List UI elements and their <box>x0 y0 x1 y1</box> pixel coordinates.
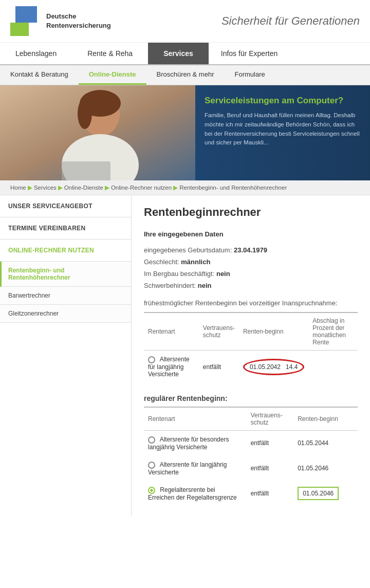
th-rentenart-2: Rentenart <box>144 408 247 431</box>
radio-r2-checked[interactable] <box>148 487 155 494</box>
label-geburtsdatum: eingegebenes Geburtsdatum: <box>144 246 232 254</box>
td-rentenart-f0: Altersrente für langjährig Versicherte <box>144 351 199 383</box>
eingaben-section: Ihre eingegebenen Daten eingegebenes Geb… <box>144 230 358 289</box>
beginn-f0-value: 01.05.2042 <box>250 363 281 371</box>
logo-area: Deutsche Rentenversicherung <box>10 6 111 36</box>
table-row: Regelaltersrente bei Erreichen der Regel… <box>144 481 358 506</box>
breadcrumb-arrow-3: ▶ <box>173 184 178 191</box>
hero-section: Serviceleistungen am Computer? Familie, … <box>0 85 370 180</box>
field-bergbau: Im Bergbau beschäftigt: nein <box>144 270 358 278</box>
th-beginn-1: Renten-beginn <box>239 313 308 351</box>
th-rentenart-1: Rentenart <box>144 313 199 351</box>
eingaben-title: Ihre eingegebenen Daten <box>144 230 358 238</box>
hero-image <box>0 85 195 180</box>
breadcrumb-online-rechner[interactable]: Online-Rechner nutzen <box>111 185 172 191</box>
sidebar-sub-barwert[interactable]: Barwertrechner <box>0 287 131 305</box>
td-rentenart-r1: Altersrente für langjährig Versicherte <box>144 456 247 481</box>
breadcrumb-online-dienste[interactable]: Online-Dienste <box>64 185 103 191</box>
nav-item-rente-reha[interactable]: Rente & Reha <box>72 43 148 64</box>
table-row: Altersrente für langjährig Versicherte e… <box>144 456 358 481</box>
breadcrumb-arrow-1: ▶ <box>58 184 63 191</box>
sidebar-item-termine[interactable]: TERMINE VEREINBAREN <box>0 217 131 240</box>
rentenart-r2-text: Regelaltersrente bei Erreichen der Regel… <box>148 486 237 501</box>
radio-f0[interactable] <box>148 356 155 363</box>
label-geschlecht: Geschlecht: <box>144 258 179 266</box>
subnav-online-dienste[interactable]: Online-Dienste <box>79 65 146 85</box>
nav-item-services[interactable]: Services <box>148 43 209 64</box>
subnav-kontakt[interactable]: Kontakt & Beratung <box>0 65 79 85</box>
subnav-formulare[interactable]: Formulare <box>225 65 275 85</box>
td-beginn-r1: 01.05.2046 <box>293 456 358 481</box>
subnav-broschueren[interactable]: Broschüren & mehr <box>146 65 225 85</box>
main-nav: Lebenslagen Rente & Reha Services Infos … <box>0 43 370 65</box>
value-schwerbehindert: nein <box>198 282 212 289</box>
sidebar: UNSER SERVICEANGEBOT TERMINE VEREINBAREN… <box>0 195 132 517</box>
circle-highlight: 01.05.2042 14.4 <box>243 359 304 375</box>
radio-r1[interactable] <box>148 462 155 469</box>
field-schwerbehindert: Schwerbehindert: nein <box>144 282 358 289</box>
fruehest-table: Rentenart Vertrauens-schutz Renten-begin… <box>144 313 358 383</box>
svg-rect-5 <box>62 161 110 180</box>
hero-content: Serviceleistungen am Computer? Familie, … <box>195 85 370 180</box>
nav-item-lebenslagen[interactable]: Lebenslagen <box>0 43 72 64</box>
nav-item-infos-experten[interactable]: Infos für Experten <box>209 43 290 64</box>
td-beginn-r0: 01.05.2044 <box>293 431 358 456</box>
green-box-highlight: 01.05.2046 <box>298 487 339 500</box>
radio-r0[interactable] <box>148 436 155 444</box>
td-beginn-r2: 01.05.2046 <box>293 481 358 506</box>
breadcrumb-services[interactable]: Services <box>34 185 57 191</box>
label-schwerbehindert: Schwerbehindert: <box>144 282 196 289</box>
label-bergbau: Im Bergbau beschäftigt: <box>144 270 214 278</box>
table-row: Altersrente für langjährig Versicherte e… <box>144 351 358 383</box>
breadcrumb-arrow-0: ▶ <box>28 184 32 191</box>
page-title: Rentenbeginnrechner <box>144 206 358 219</box>
value-bergbau: nein <box>216 270 230 278</box>
content-area: UNSER SERVICEANGEBOT TERMINE VEREINBAREN… <box>0 195 370 517</box>
svg-point-3 <box>78 98 92 129</box>
regular-section: regulärer Rentenbeginn: Rentenart Vertra… <box>144 394 358 506</box>
value-geschlecht: männlich <box>181 258 210 266</box>
sidebar-sub-rentenbeginn[interactable]: Rentenbeginn- und Rentenhöhenrechner <box>0 262 131 287</box>
sidebar-item-serviceangebot[interactable]: UNSER SERVICEANGEBOT <box>0 195 131 217</box>
rentenart-r0-text: Altersrente für besonders langjährig Ver… <box>148 436 229 451</box>
rentenart-r1-text: Altersrente für langjährig Versicherte <box>148 461 227 476</box>
hero-person-svg <box>0 85 195 180</box>
logo-text: Deutsche Rentenversicherung <box>46 12 111 30</box>
regular-table: Rentenart Vertrauens-schutz Renten-begin… <box>144 408 358 506</box>
table-row: Altersrente für besonders langjährig Ver… <box>144 431 358 456</box>
logo-icon <box>10 6 40 36</box>
breadcrumb: Home ▶ Services ▶ Online-Dienste ▶ Onlin… <box>0 180 370 195</box>
td-vertrauen-r0: entfällt <box>247 431 294 456</box>
value-geburtsdatum: 23.04.1979 <box>234 246 267 254</box>
td-beginn-f0: 01.05.2042 14.4 <box>239 351 308 383</box>
regular-title: regulärer Rentenbeginn: <box>144 394 358 402</box>
th-vertrauen-1: Vertrauens-schutz <box>199 313 239 351</box>
th-beginn-2: Renten-beginn <box>293 408 358 431</box>
sub-nav: Kontakt & Beratung Online-Dienste Brosch… <box>0 65 370 85</box>
td-abschlag-f0 <box>308 351 358 383</box>
main-content: Rentenbeginnrechner Ihre eingegebenen Da… <box>132 195 370 517</box>
abschlag-f0-value: 14.4 <box>286 363 298 371</box>
hero-text: Familie, Beruf und Haushalt füllen meine… <box>205 111 361 148</box>
sidebar-item-online-rechner[interactable]: ONLINE-RECHNER NUTZEN <box>0 240 131 262</box>
td-vertrauen-r1: entfällt <box>247 456 294 481</box>
fruehest-title: frühestmöglicher Rentenbeginn bei vorzei… <box>144 299 358 308</box>
td-rentenart-r2: Regelaltersrente bei Erreichen der Regel… <box>144 481 247 506</box>
td-vertrauen-r2: entfällt <box>247 481 294 506</box>
sidebar-sub-gleitzone[interactable]: Gleitzonenrechner <box>0 305 131 323</box>
field-geschlecht: Geschlecht: männlich <box>144 258 358 266</box>
hero-title: Serviceleistungen am Computer? <box>205 96 361 106</box>
breadcrumb-current: Rentenbeginn- und Rentenhöhenrechner <box>179 185 287 191</box>
breadcrumb-arrow-2: ▶ <box>105 184 109 191</box>
td-rentenart-r0: Altersrente für besonders langjährig Ver… <box>144 431 247 456</box>
header: Deutsche Rentenversicherung Sicherheit f… <box>0 0 370 43</box>
th-vertrauen-2: Vertrauens-schutz <box>247 408 294 431</box>
td-vertrauen-f0: entfällt <box>199 351 239 383</box>
breadcrumb-home[interactable]: Home <box>10 185 26 191</box>
fruehest-section: frühestmöglicher Rentenbeginn bei vorzei… <box>144 299 358 383</box>
tagline: Sicherheit für Generationen <box>111 14 360 28</box>
field-geburtsdatum: eingegebenes Geburtsdatum: 23.04.1979 <box>144 246 358 254</box>
th-abschlag-1: Abschlag in Prozent der monatlichen Rent… <box>308 313 358 351</box>
